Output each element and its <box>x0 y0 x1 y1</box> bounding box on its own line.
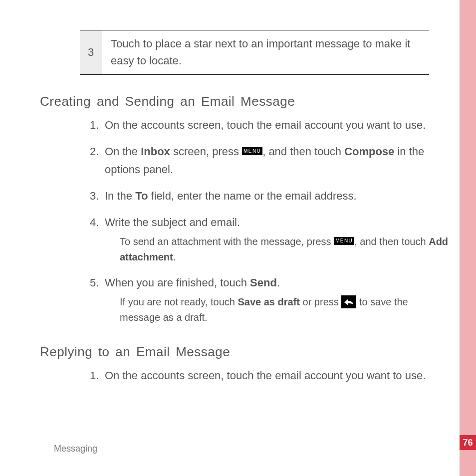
step-text: On the accounts screen, touch the email … <box>105 369 426 382</box>
step-note: To send an attachment with the message, … <box>120 234 449 265</box>
steps-list-replying: 1. On the accounts screen, touch the ema… <box>90 367 449 384</box>
text-fragment: , and then touch <box>354 236 429 247</box>
callout-table: 3 Touch to place a star next to an impor… <box>80 30 429 75</box>
list-item: 4. Write the subject and email. To send … <box>90 214 449 265</box>
step-number: 3. <box>90 187 99 205</box>
heading-creating-sending: Creating and Sending an Email Message <box>40 94 449 109</box>
list-item: 1. On the accounts screen, touch the ema… <box>90 367 449 384</box>
step-note: If you are not ready, touch Save as draf… <box>120 294 449 325</box>
bold-to: To <box>135 190 148 202</box>
step-number: 1. <box>90 116 99 134</box>
step-text: When you are finished, touch Send. <box>105 276 280 289</box>
table-row-number: 3 <box>80 30 102 74</box>
step-number: 2. <box>90 143 99 160</box>
text-fragment: If you are not ready, touch <box>120 296 238 307</box>
menu-button-icon: MENU <box>334 237 354 245</box>
step-number: 5. <box>90 274 99 291</box>
footer-chapter-label: Messaging <box>54 444 97 454</box>
table-bottom-rule <box>80 74 429 75</box>
step-text: Write the subject and email. <box>105 216 240 229</box>
menu-button-icon: MENU <box>242 147 262 155</box>
table-row: 3 Touch to place a star next to an impor… <box>80 30 429 74</box>
list-item: 2. On the Inbox screen, press MENU, and … <box>90 143 449 178</box>
heading-replying: Replying to an Email Message <box>40 344 449 360</box>
text-fragment: field, enter the name or the email addre… <box>148 190 356 202</box>
text-fragment: When you are finished, touch <box>105 276 250 289</box>
step-text: On the accounts screen, touch the email … <box>105 119 426 131</box>
step-number: 4. <box>90 214 99 231</box>
text-fragment: screen, press <box>170 145 242 158</box>
step-text: On the Inbox screen, press MENU, and the… <box>105 145 424 175</box>
page-number: 76 <box>460 435 476 450</box>
text-fragment: . <box>173 251 176 262</box>
step-number: 1. <box>90 367 99 384</box>
table-row-text: Touch to place a star next to an importa… <box>102 30 429 74</box>
bold-compose: Compose <box>344 145 394 158</box>
list-item: 5. When you are finished, touch Send. If… <box>90 274 449 325</box>
list-item: 1. On the accounts screen, touch the ema… <box>90 116 449 134</box>
text-fragment: On the <box>105 145 141 158</box>
list-item: 3. In the To field, enter the name or th… <box>90 187 449 205</box>
back-button-icon <box>341 295 356 308</box>
text-fragment: or press <box>300 296 341 307</box>
bold-save-as-draft: Save as draft <box>238 296 300 307</box>
text-fragment: , and then touch <box>262 145 344 158</box>
text-fragment: In the <box>105 190 135 202</box>
side-strip <box>460 0 476 476</box>
page-content: 3 Touch to place a star next to an impor… <box>40 30 449 394</box>
steps-list-creating: 1. On the accounts screen, touch the ema… <box>90 116 449 325</box>
text-fragment: . <box>277 276 280 289</box>
text-fragment: To send an attachment with the message, … <box>120 236 334 247</box>
bold-inbox: Inbox <box>141 145 170 158</box>
bold-send: Send <box>250 276 277 289</box>
step-text: In the To field, enter the name or the e… <box>105 190 357 202</box>
